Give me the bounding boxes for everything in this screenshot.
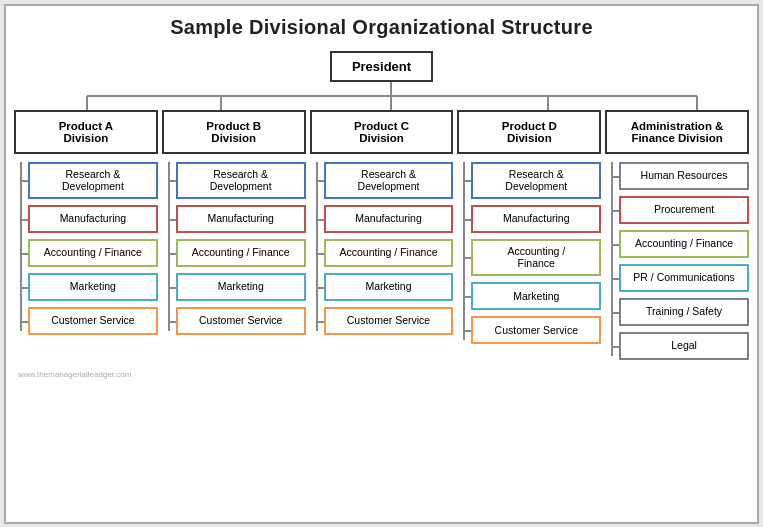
sub-item-wrapper: Customer Service (28, 307, 158, 335)
sub-item: Legal (619, 332, 749, 360)
sub-item: Marketing (28, 273, 158, 301)
sub-item-wrapper: Manufacturing (28, 205, 158, 233)
sub-item-wrapper: Research & Development (28, 162, 158, 199)
sub-item: Manufacturing (471, 205, 601, 233)
sub-item-wrapper: Training / Safety (619, 298, 749, 326)
sub-item-wrapper: Research & Development (176, 162, 306, 199)
division-col-div-a: Product A DivisionResearch & Development… (14, 110, 158, 341)
division-col-div-d: Product D DivisionResearch & Development… (457, 110, 601, 350)
sub-item-wrapper: Manufacturing (471, 205, 601, 233)
sub-item-wrapper: Marketing (471, 282, 601, 310)
chart-title: Sample Divisional Organizational Structu… (14, 16, 749, 39)
sub-item-wrapper: Accounting / Finance (324, 239, 454, 267)
division-box-div-a: Product A Division (14, 110, 158, 154)
sub-item-wrapper: Legal (619, 332, 749, 360)
sub-item-wrapper: Accounting / Finance (471, 239, 601, 276)
division-col-div-b: Product B DivisionResearch & Development… (162, 110, 306, 341)
sub-item-wrapper: Customer Service (176, 307, 306, 335)
sub-item: Customer Service (28, 307, 158, 335)
sub-item-wrapper: Research & Development (324, 162, 454, 199)
division-box-div-c: Product C Division (310, 110, 454, 154)
sub-item-wrapper: Marketing (324, 273, 454, 301)
sub-items-div-c: Research & DevelopmentManufacturingAccou… (310, 162, 454, 341)
division-col-div-admin: Administration & Finance DivisionHuman R… (605, 110, 749, 366)
sub-item-wrapper: Human Resources (619, 162, 749, 190)
sub-items-div-admin: Human ResourcesProcurementAccounting / F… (605, 162, 749, 366)
sub-item: PR / Communications (619, 264, 749, 292)
division-col-div-c: Product C DivisionResearch & Development… (310, 110, 454, 341)
sub-item: Accounting / Finance (471, 239, 601, 276)
sub-items-div-a: Research & DevelopmentManufacturingAccou… (14, 162, 158, 341)
sub-item-wrapper: Accounting / Finance (619, 230, 749, 258)
sub-item-wrapper: Customer Service (324, 307, 454, 335)
sub-item-wrapper: Accounting / Finance (176, 239, 306, 267)
sub-item: Marketing (471, 282, 601, 310)
sub-item: Research & Development (471, 162, 601, 199)
division-box-div-d: Product D Division (457, 110, 601, 154)
sub-item: Training / Safety (619, 298, 749, 326)
sub-item: Marketing (324, 273, 454, 301)
sub-item: Manufacturing (28, 205, 158, 233)
sub-item: Customer Service (324, 307, 454, 335)
sub-item: Procurement (619, 196, 749, 224)
division-box-div-admin: Administration & Finance Division (605, 110, 749, 154)
sub-item: Manufacturing (324, 205, 454, 233)
sub-item-wrapper: Marketing (28, 273, 158, 301)
division-box-div-b: Product B Division (162, 110, 306, 154)
sub-item: Marketing (176, 273, 306, 301)
sub-item: Accounting / Finance (619, 230, 749, 258)
connector-svg (14, 82, 749, 110)
sub-item: Human Resources (619, 162, 749, 190)
sub-item: Accounting / Finance (176, 239, 306, 267)
divisions-row: Product A DivisionResearch & Development… (14, 110, 749, 366)
sub-item-wrapper: PR / Communications (619, 264, 749, 292)
sub-item: Customer Service (471, 316, 601, 344)
sub-item: Accounting / Finance (324, 239, 454, 267)
sub-items-div-d: Research & DevelopmentManufacturingAccou… (457, 162, 601, 350)
sub-item: Accounting / Finance (28, 239, 158, 267)
sub-item-wrapper: Research & Development (471, 162, 601, 199)
chart-container: Sample Divisional Organizational Structu… (4, 4, 759, 524)
sub-item-wrapper: Customer Service (471, 316, 601, 344)
sub-item: Research & Development (324, 162, 454, 199)
sub-item-wrapper: Marketing (176, 273, 306, 301)
president-box: President (330, 51, 433, 82)
sub-item-wrapper: Accounting / Finance (28, 239, 158, 267)
sub-item: Manufacturing (176, 205, 306, 233)
watermark: www.themanagerialleadger.com (14, 370, 749, 379)
sub-item-wrapper: Manufacturing (176, 205, 306, 233)
sub-item-wrapper: Manufacturing (324, 205, 454, 233)
sub-item-wrapper: Procurement (619, 196, 749, 224)
president-row: President (14, 51, 749, 82)
sub-item: Research & Development (176, 162, 306, 199)
sub-item: Research & Development (28, 162, 158, 199)
sub-items-div-b: Research & DevelopmentManufacturingAccou… (162, 162, 306, 341)
sub-item: Customer Service (176, 307, 306, 335)
